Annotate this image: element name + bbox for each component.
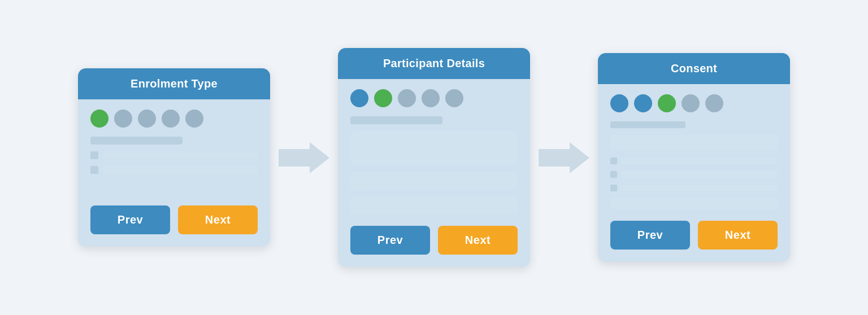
- mock-small-row-3: [610, 185, 778, 191]
- dot-3-4: [682, 94, 700, 112]
- arrow-2-container: [530, 142, 598, 173]
- consent-next-button[interactable]: Next: [698, 221, 778, 250]
- dot-1-4: [162, 110, 180, 128]
- spacer-2: [90, 191, 258, 194]
- enrolment-type-card: Enrolment Type Prev Nex: [78, 68, 270, 247]
- mock-small-input-2: [620, 171, 778, 178]
- participant-next-button[interactable]: Next: [438, 226, 518, 255]
- consent-header: Consent: [598, 53, 790, 84]
- svg-marker-0: [279, 142, 329, 173]
- enrolment-prev-button[interactable]: Prev: [90, 205, 170, 234]
- consent-body: Prev Next: [598, 84, 790, 262]
- step-dots-1: [90, 110, 258, 128]
- mock-small-input-1: [620, 158, 778, 164]
- mock-input-2: [103, 166, 258, 174]
- main-container: Enrolment Type Prev Nex: [44, 31, 824, 284]
- participant-details-footer: Prev Next: [350, 226, 518, 255]
- mock-short-input-2: [610, 198, 778, 209]
- mock-label-2: [350, 116, 442, 124]
- step-dots-3: [610, 94, 778, 112]
- dot-2-2: [374, 89, 392, 107]
- enrolment-next-button[interactable]: Next: [178, 205, 258, 234]
- mock-row-2: [90, 166, 258, 174]
- arrow-2-icon: [539, 142, 589, 173]
- dot-2-1: [350, 89, 368, 107]
- svg-marker-1: [539, 142, 589, 173]
- consent-prev-button[interactable]: Prev: [610, 221, 690, 250]
- enrolment-type-title: Enrolment Type: [131, 77, 218, 90]
- dot-3-1: [610, 94, 628, 112]
- participant-details-header: Participant Details: [338, 48, 530, 79]
- participant-prev-button[interactable]: Prev: [350, 226, 430, 255]
- consent-footer: Prev Next: [610, 221, 778, 250]
- enrolment-type-footer: Prev Next: [90, 205, 258, 234]
- mock-row-1: [90, 151, 258, 159]
- mock-small-input-3: [620, 185, 778, 191]
- dot-3-3: [658, 94, 676, 112]
- dot-2-3: [398, 89, 416, 107]
- mock-short-input-1: [610, 135, 778, 151]
- consent-title: Consent: [671, 62, 717, 75]
- mock-small-row-1: [610, 158, 778, 164]
- participant-details-card: Participant Details Prev Next: [338, 48, 530, 267]
- mock-small-check-2: [610, 171, 617, 178]
- dot-3-5: [705, 94, 723, 112]
- mock-input-1: [103, 151, 258, 159]
- participant-details-title: Participant Details: [383, 57, 485, 69]
- dot-1-5: [185, 110, 203, 128]
- dot-1-1: [90, 110, 108, 128]
- enrolment-type-header: Enrolment Type: [78, 68, 270, 99]
- dot-3-2: [634, 94, 652, 112]
- mock-checkbox-1: [90, 151, 98, 159]
- consent-card: Consent: [598, 53, 790, 262]
- dot-2-4: [422, 89, 440, 107]
- mock-checkbox-2: [90, 166, 98, 174]
- mock-input-full-1: [350, 172, 518, 190]
- step-dots-2: [350, 89, 518, 107]
- arrow-1-container: [270, 142, 338, 173]
- enrolment-type-body: Prev Next: [78, 99, 270, 247]
- dot-1-2: [114, 110, 132, 128]
- dot-2-5: [445, 89, 463, 107]
- mock-input-full-2: [350, 196, 518, 215]
- arrow-1-icon: [279, 142, 329, 173]
- mock-small-row-2: [610, 171, 778, 178]
- spacer-1: [90, 181, 258, 184]
- mock-short-label-1: [610, 121, 685, 128]
- mock-label-1: [90, 137, 183, 145]
- mock-small-check-1: [610, 158, 617, 164]
- mock-small-check-3: [610, 185, 617, 191]
- mock-textarea-1: [350, 131, 518, 165]
- participant-details-body: Prev Next: [338, 79, 530, 267]
- dot-1-3: [138, 110, 156, 128]
